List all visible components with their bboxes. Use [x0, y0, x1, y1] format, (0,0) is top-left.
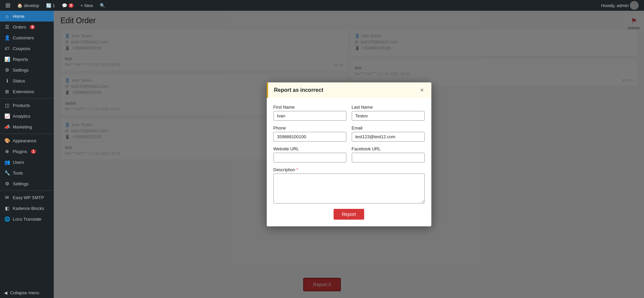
comments-button[interactable]: 💬 0: [59, 0, 77, 11]
modal-body: First Name Last Name Phone Email: [267, 98, 431, 209]
sidebar-item-easy-wp-smtp-label: Easy WP SMTP: [13, 195, 44, 200]
report-button[interactable]: Report: [334, 209, 364, 220]
form-group-website: Website URL: [273, 146, 346, 162]
orders-icon: ☰: [4, 24, 10, 30]
sidebar-item-customers[interactable]: 👤 Customers: [0, 32, 54, 43]
sidebar-item-reports-label: Reports: [13, 57, 28, 62]
plugins-badge: 1: [31, 149, 36, 154]
tools-icon: 🔧: [4, 170, 10, 176]
sidebar-item-settings2-label: Settings: [13, 181, 29, 186]
coupons-icon: 🏷: [4, 46, 10, 51]
sidebar-item-products[interactable]: ◫ Products: [0, 100, 54, 111]
first-name-input[interactable]: [273, 111, 346, 121]
admin-bar-right: Howdy, admin: [599, 0, 641, 11]
email-input[interactable]: [352, 132, 425, 142]
extensions-icon: ⊞: [4, 89, 10, 94]
sidebar-item-tools[interactable]: 🔧 Tools: [0, 167, 54, 178]
form-row-urls: Website URL Facebook URL: [273, 146, 425, 162]
sidebar-item-settings[interactable]: ⚙ Settings: [0, 65, 54, 75]
website-url-input[interactable]: [273, 153, 346, 162]
sidebar-item-status[interactable]: ℹ Status: [0, 75, 54, 86]
form-group-phone: Phone: [273, 125, 346, 142]
first-name-label: First Name: [273, 105, 346, 110]
sidebar-item-coupons-label: Coupons: [13, 46, 30, 51]
sidebar-item-appearance-label: Appearance: [13, 138, 36, 143]
sidebar-item-kadence-blocks[interactable]: ◧ Kadence Blocks: [0, 203, 54, 214]
sidebar-item-coupons[interactable]: 🏷 Coupons: [0, 43, 54, 54]
comments-count: 0: [69, 3, 74, 8]
search-icon: 🔍: [100, 3, 105, 8]
form-group-description: Description *: [273, 167, 425, 203]
modal-header: Report as incorrect ×: [267, 82, 431, 98]
settings-icon: ⚙: [4, 67, 10, 73]
sidebar-item-reports[interactable]: 📊 Reports: [0, 54, 54, 65]
form-group-email: Email: [352, 125, 425, 142]
site-icon: 🏠: [17, 3, 23, 8]
collapse-menu-button[interactable]: ◀ Collapse menu: [0, 288, 54, 298]
plugins-icon: ⊕: [4, 149, 10, 154]
sidebar-item-marketing-label: Marketing: [13, 124, 32, 129]
phone-label: Phone: [273, 125, 346, 131]
admin-bar: ⊞ 🏠 develop 🔄 1 💬 0 + New 🔍 Howdy, admin: [0, 0, 644, 11]
sidebar-item-appearance[interactable]: 🎨 Appearance: [0, 135, 54, 146]
kadence-blocks-icon: ◧: [4, 206, 10, 211]
new-content-button[interactable]: + New: [78, 0, 96, 11]
sidebar-item-users[interactable]: 👥 Users: [0, 157, 54, 167]
search-button[interactable]: 🔍: [97, 0, 108, 11]
easy-wp-smtp-icon: ✉: [4, 195, 10, 200]
sidebar-item-marketing[interactable]: 📣 Marketing: [0, 121, 54, 132]
email-label: Email: [352, 125, 425, 131]
sidebar-item-kadence-blocks-label: Kadence Blocks: [13, 206, 44, 211]
comments-icon: 💬: [62, 3, 67, 8]
sidebar-item-products-label: Products: [13, 103, 30, 108]
sidebar-item-analytics[interactable]: 📈 Analytics: [0, 111, 54, 121]
sidebar-item-settings2[interactable]: ⚙ Settings: [0, 178, 54, 189]
site-name-button[interactable]: 🏠 develop: [14, 0, 42, 11]
modal-overlay: Report as incorrect × First Name Last Na…: [54, 11, 644, 298]
appearance-icon: 🎨: [4, 138, 10, 143]
form-row-contact: Phone Email: [273, 125, 425, 142]
sidebar-item-loco-translate-label: Loco Translate: [13, 217, 41, 222]
description-textarea[interactable]: [273, 174, 425, 203]
last-name-input[interactable]: [352, 111, 425, 121]
sidebar-item-plugins[interactable]: ⊕ Plugins 1: [0, 146, 54, 157]
form-group-first-name: First Name: [273, 105, 346, 121]
phone-input[interactable]: [273, 132, 346, 142]
sidebar-item-plugins-label: Plugins: [13, 149, 27, 154]
updates-icon: 🔄: [46, 3, 51, 8]
collapse-icon: ◀: [4, 290, 7, 295]
howdy-section[interactable]: Howdy, admin: [599, 0, 641, 11]
sidebar-item-orders-label: Orders: [13, 25, 26, 30]
plus-icon: +: [80, 3, 83, 8]
orders-badge: 9: [30, 25, 35, 29]
sidebar-item-extensions-label: Extensions: [13, 89, 34, 94]
facebook-url-label: Facebook URL: [352, 146, 425, 151]
sidebar-item-extensions[interactable]: ⊞ Extensions: [0, 86, 54, 97]
sidebar-item-analytics-label: Analytics: [13, 114, 30, 119]
form-group-last-name: Last Name: [352, 105, 425, 121]
wp-logo-icon: ⊞: [5, 2, 10, 9]
sidebar-item-loco-translate[interactable]: 🌐 Loco Translate: [0, 214, 54, 224]
loco-translate-icon: 🌐: [4, 216, 10, 222]
wp-logo-button[interactable]: ⊞: [3, 0, 13, 11]
form-row-name: First Name Last Name: [273, 105, 425, 121]
collapse-label: Collapse menu: [10, 290, 39, 295]
report-modal: Report as incorrect × First Name Last Na…: [267, 82, 431, 226]
updates-button[interactable]: 🔄 1: [43, 0, 58, 11]
last-name-label: Last Name: [352, 105, 425, 110]
howdy-text: Howdy, admin: [601, 3, 629, 8]
site-name: develop: [24, 3, 39, 8]
sidebar-item-easy-wp-smtp[interactable]: ✉ Easy WP SMTP: [0, 192, 54, 203]
users-icon: 👥: [4, 159, 10, 165]
facebook-url-input[interactable]: [352, 153, 425, 162]
modal-footer: Report: [267, 209, 431, 226]
required-asterisk: *: [296, 167, 298, 172]
modal-title: Report as incorrect: [274, 87, 324, 93]
sidebar-item-orders[interactable]: ☰ Orders 9: [0, 22, 54, 32]
sidebar-item-home[interactable]: ⌂ Home: [0, 11, 54, 22]
modal-close-button[interactable]: ×: [419, 87, 425, 93]
new-label: New: [84, 3, 93, 8]
description-label: Description *: [273, 167, 425, 172]
products-icon: ◫: [4, 103, 10, 108]
status-icon: ℹ: [4, 78, 10, 83]
